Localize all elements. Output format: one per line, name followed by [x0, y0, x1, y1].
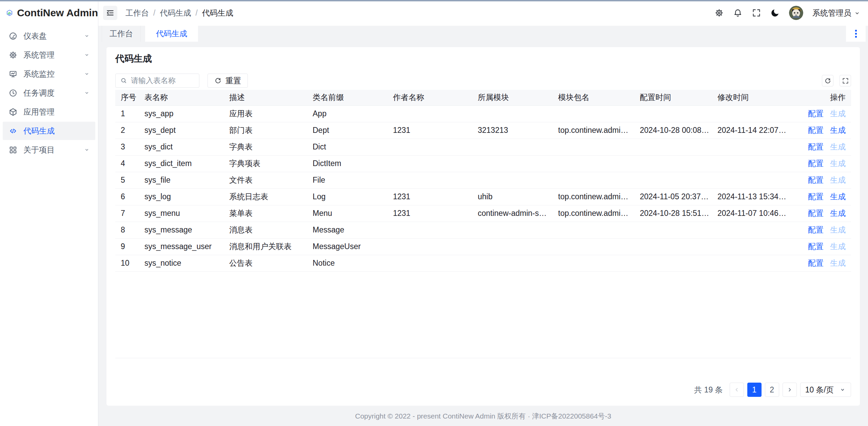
pagination: 共 19 条 1 2 10 条/页: [115, 383, 851, 397]
user-menu[interactable]: 系统管理员: [812, 8, 861, 18]
generate-link[interactable]: 生成: [830, 109, 846, 118]
cell-prefix: App: [307, 105, 388, 122]
cell-package: top.continew.admin.g...: [553, 122, 634, 139]
app-logo[interactable]: ContiNew Admin: [0, 0, 98, 26]
sidebar-item-system-monitor[interactable]: 系统监控: [3, 65, 95, 83]
prev-page-button[interactable]: [730, 383, 744, 397]
table-row: 9sys_message_user消息和用户关联表MessageUser配置生成: [115, 238, 851, 255]
table-row: 4sys_dict_item字典项表DictItem配置生成: [115, 155, 851, 172]
logo-icon: [6, 6, 13, 20]
generate-link[interactable]: 生成: [830, 126, 846, 135]
cell-config_time: [634, 139, 712, 155]
chevron-down-icon: [839, 386, 846, 393]
tab-more-button[interactable]: [846, 26, 866, 42]
cell-name: sys_dict_item: [139, 155, 224, 172]
table-row: 10sys_notice公告表Notice配置生成: [115, 255, 851, 271]
breadcrumb-item[interactable]: 代码生成: [160, 8, 191, 18]
config-link[interactable]: 配置: [808, 159, 824, 168]
chevron-down-icon: [83, 89, 91, 97]
config-link[interactable]: 配置: [808, 192, 824, 201]
cell-author: [388, 238, 472, 255]
cell-no: 6: [115, 188, 139, 205]
cell-desc: 消息表: [224, 222, 307, 238]
config-link[interactable]: 配置: [808, 142, 824, 151]
breadcrumb-item[interactable]: 工作台: [125, 8, 149, 18]
main-area: 工作台 / 代码生成 / 代码生成: [98, 0, 868, 426]
config-link[interactable]: 配置: [808, 126, 824, 135]
cell-update_time: [712, 105, 790, 122]
sidebar-item-task-schedule[interactable]: 任务调度: [3, 84, 95, 102]
cell-author: [388, 172, 472, 188]
page-size-select[interactable]: 10 条/页: [800, 383, 851, 397]
sidebar-item-code-generation[interactable]: 代码生成: [3, 122, 95, 140]
generate-link[interactable]: 生成: [830, 209, 846, 218]
cell-actions: 配置生成: [790, 172, 851, 188]
sidebar-item-system-management[interactable]: 系统管理: [3, 46, 95, 64]
cell-package: top.continew.admin.g...: [553, 205, 634, 222]
bell-icon[interactable]: [733, 8, 743, 18]
column-header-update_time: 修改时间: [712, 90, 790, 105]
reset-button[interactable]: 重置: [208, 74, 248, 88]
generate-link[interactable]: 生成: [830, 159, 846, 168]
page-size-label: 10 条/页: [805, 385, 834, 395]
fullscreen-icon[interactable]: [752, 8, 761, 18]
tab-bar: 工作台 代码生成: [98, 26, 868, 42]
dark-mode-moon-icon[interactable]: [770, 8, 780, 18]
cell-package: [553, 155, 634, 172]
tab-code-generation[interactable]: 代码生成: [145, 26, 198, 42]
column-header-name: 表名称: [139, 90, 224, 105]
config-link[interactable]: 配置: [808, 225, 824, 234]
table-name-search[interactable]: [115, 74, 199, 88]
config-link[interactable]: 配置: [808, 259, 824, 267]
column-header-no: 序号: [115, 90, 139, 105]
cell-update_time: [712, 139, 790, 155]
page-button-1[interactable]: 1: [747, 383, 762, 397]
config-link[interactable]: 配置: [808, 242, 824, 251]
cell-author: 1231: [388, 188, 472, 205]
chevron-left-icon: [733, 386, 740, 393]
monitor-icon: [8, 69, 18, 79]
search-input[interactable]: [131, 76, 195, 85]
cell-name: sys_message: [139, 222, 224, 238]
cell-config_time: 2024-11-05 20:37:28: [634, 188, 712, 205]
fullscreen-table-button[interactable]: [840, 75, 851, 86]
settings-icon[interactable]: [714, 8, 724, 18]
refresh-table-button[interactable]: [822, 75, 833, 86]
next-page-button[interactable]: [783, 383, 797, 397]
cell-config_time: [634, 238, 712, 255]
generate-link[interactable]: 生成: [830, 225, 846, 234]
cell-actions: 配置生成: [790, 205, 851, 222]
generate-link[interactable]: 生成: [830, 176, 846, 184]
sidebar-item-about-project[interactable]: 关于项目: [3, 141, 95, 159]
generate-link[interactable]: 生成: [830, 242, 846, 251]
cell-package: [553, 105, 634, 122]
generate-link[interactable]: 生成: [830, 192, 846, 201]
cell-prefix: Dept: [307, 122, 388, 139]
cell-update_time: [712, 222, 790, 238]
generate-link[interactable]: 生成: [830, 142, 846, 151]
table-body: 1sys_app应用表App配置生成2sys_dept部门表Dept123132…: [115, 105, 851, 271]
cell-no: 4: [115, 155, 139, 172]
cell-config_time: [634, 255, 712, 271]
cell-update_time: [712, 155, 790, 172]
cell-author: [388, 139, 472, 155]
generate-link[interactable]: 生成: [830, 259, 846, 267]
cell-no: 1: [115, 105, 139, 122]
user-name: 系统管理员: [812, 8, 851, 18]
sidebar-item-app-management[interactable]: 应用管理: [3, 103, 95, 121]
table-tools: [822, 75, 851, 86]
tab-workbench[interactable]: 工作台: [102, 26, 141, 42]
cell-prefix: File: [307, 172, 388, 188]
chevron-right-icon: [786, 386, 793, 393]
avatar[interactable]: [789, 6, 803, 20]
config-link[interactable]: 配置: [808, 209, 824, 218]
cell-update_time: [712, 238, 790, 255]
cell-desc: 系统日志表: [224, 188, 307, 205]
config-link[interactable]: 配置: [808, 176, 824, 184]
sidebar-item-dashboard[interactable]: 仪表盘: [3, 27, 95, 45]
config-link[interactable]: 配置: [808, 109, 824, 118]
cell-module: continew-admin-system: [472, 205, 553, 222]
sidebar-collapse-button[interactable]: [103, 6, 117, 20]
page-button-2[interactable]: 2: [765, 383, 779, 397]
cell-desc: 公告表: [224, 255, 307, 271]
